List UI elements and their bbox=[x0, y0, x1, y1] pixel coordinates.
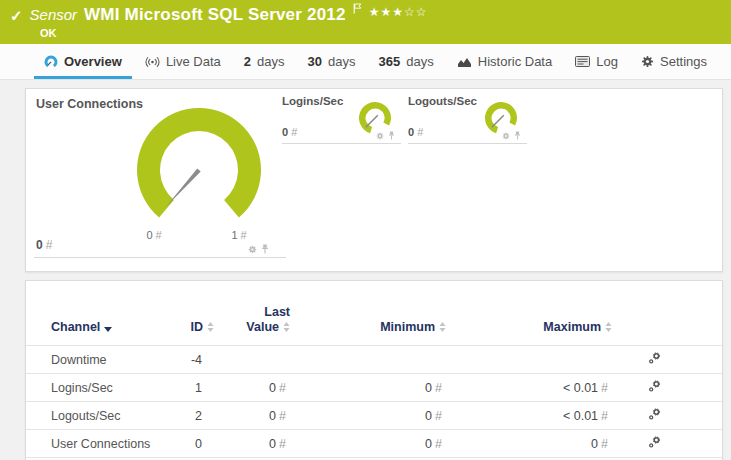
gauge-settings-gear-icon[interactable] bbox=[376, 132, 384, 140]
table-header-row: Channel ID Last Value Minimum Maximum bbox=[26, 281, 722, 346]
column-header-actions bbox=[612, 281, 722, 346]
channel-settings-button[interactable] bbox=[612, 374, 722, 402]
channel-cell: Downtime bbox=[26, 346, 176, 374]
table-row-downtime: Downtime -4 bbox=[26, 346, 722, 374]
last-value-cell: 0# bbox=[214, 374, 290, 402]
gauge-title: Logouts/Sec bbox=[408, 95, 477, 107]
gauge-logouts-per-sec: Logouts/Sec 0# bbox=[408, 89, 527, 144]
table-row-logouts-per-sec: Logouts/Sec 2 0# 0# < 0.01# bbox=[26, 402, 722, 430]
sensor-status-text: OK bbox=[40, 27, 57, 39]
log-icon bbox=[575, 56, 590, 67]
id-cell: 2 bbox=[176, 402, 214, 430]
channel-settings-button[interactable] bbox=[612, 402, 722, 430]
gauge-needle bbox=[492, 115, 504, 127]
gauge-pin-icon[interactable] bbox=[514, 131, 521, 140]
radial-gauge bbox=[129, 104, 269, 230]
last-value-cell: 0# bbox=[214, 430, 290, 458]
gauge-icon bbox=[44, 55, 58, 69]
channels-table: Channel ID Last Value Minimum Maximum bbox=[26, 281, 722, 458]
minimum-cell: 0# bbox=[290, 374, 446, 402]
sensor-overview-page: ✓ Sensor WMI Microsoft SQL Server 2012 ★… bbox=[0, 0, 731, 460]
sort-both-icon bbox=[439, 321, 446, 336]
gauge-needle bbox=[366, 115, 378, 127]
gauge-current-value: 0# bbox=[408, 126, 423, 138]
area-chart-icon bbox=[457, 56, 472, 68]
channel-settings-button[interactable] bbox=[612, 346, 722, 374]
tab-historic-data-label: Historic Data bbox=[478, 54, 552, 69]
gear-icon bbox=[641, 55, 654, 68]
channel-cell: Logins/Sec bbox=[26, 374, 176, 402]
id-cell: 1 bbox=[176, 374, 214, 402]
maximum-cell bbox=[446, 346, 612, 374]
sensor-title-row: ✓ Sensor WMI Microsoft SQL Server 2012 ★… bbox=[10, 5, 427, 25]
minimum-cell bbox=[290, 346, 446, 374]
channel-gears-icon bbox=[648, 408, 661, 421]
last-value-cell: 0# bbox=[214, 402, 290, 430]
id-cell: 0 bbox=[176, 430, 214, 458]
channel-cell: User Connections bbox=[26, 430, 176, 458]
broadcast-icon bbox=[145, 56, 160, 68]
tab-log[interactable]: Log bbox=[565, 44, 628, 79]
channel-gears-icon bbox=[648, 380, 661, 393]
tab-overview-label: Overview bbox=[64, 54, 122, 69]
sort-both-icon bbox=[283, 321, 290, 336]
gauges-panel: User Connections 0# 1# 0# bbox=[25, 88, 723, 272]
maximum-cell: < 0.01# bbox=[446, 374, 612, 402]
star-empty-icon[interactable]: ☆☆ bbox=[404, 5, 428, 19]
tab-30-days-number: 30 bbox=[308, 54, 322, 69]
tab-log-label: Log bbox=[596, 54, 618, 69]
channel-settings-button[interactable] bbox=[612, 430, 722, 458]
gauge-pin-icon[interactable] bbox=[261, 244, 269, 254]
tab-historic-data[interactable]: Historic Data bbox=[447, 44, 562, 79]
sort-both-icon bbox=[605, 321, 612, 336]
tab-overview[interactable]: Overview bbox=[34, 44, 132, 79]
status-check-icon: ✓ bbox=[10, 7, 23, 25]
tab-2-days-label: days bbox=[257, 54, 284, 69]
channel-cell: Logouts/Sec bbox=[26, 402, 176, 430]
table-row-logins-per-sec: Logins/Sec 1 0# 0# < 0.01# bbox=[26, 374, 722, 402]
widget-divider bbox=[34, 257, 286, 258]
gauge-settings-gear-icon[interactable] bbox=[248, 245, 257, 254]
channel-gears-icon bbox=[648, 436, 661, 449]
sensor-status-bar: ✓ Sensor WMI Microsoft SQL Server 2012 ★… bbox=[0, 0, 731, 44]
maximum-cell: < 0.01# bbox=[446, 402, 612, 430]
gauge-needle bbox=[166, 169, 201, 208]
column-header-id[interactable]: ID bbox=[176, 281, 214, 346]
gauge-title: User Connections bbox=[36, 97, 143, 111]
tab-bar: Overview Live Data 2 days 30 days 365 da… bbox=[0, 44, 731, 80]
sensor-title: WMI Microsoft SQL Server 2012 bbox=[84, 5, 346, 25]
gauge-scale-min: 0# bbox=[134, 229, 174, 241]
gauge-logins-per-sec: Logins/Sec 0# bbox=[282, 89, 401, 144]
channel-gears-icon bbox=[648, 352, 661, 365]
priority-stars[interactable]: ★★★☆☆ bbox=[369, 5, 428, 19]
tab-365-days-label: days bbox=[406, 54, 433, 69]
gauge-title: Logins/Sec bbox=[282, 95, 343, 107]
sort-both-icon bbox=[207, 321, 214, 336]
last-value-cell bbox=[214, 346, 290, 374]
tab-30-days-label: days bbox=[328, 54, 355, 69]
gauge-current-value: 0# bbox=[282, 126, 297, 138]
minimum-cell: 0# bbox=[290, 430, 446, 458]
column-header-minimum[interactable]: Minimum bbox=[290, 281, 446, 346]
tab-2-days[interactable]: 2 days bbox=[234, 44, 295, 79]
star-filled-icon[interactable]: ★★★ bbox=[369, 5, 404, 19]
tab-365-days-number: 365 bbox=[379, 54, 401, 69]
maximum-cell: 0# bbox=[446, 430, 612, 458]
tab-settings-label: Settings bbox=[660, 54, 707, 69]
sensor-type-label: Sensor bbox=[30, 6, 78, 23]
column-header-last-value[interactable]: Last Value bbox=[214, 281, 290, 346]
minimum-cell: 0# bbox=[290, 402, 446, 430]
gauge-settings-gear-icon[interactable] bbox=[502, 132, 510, 140]
column-header-maximum[interactable]: Maximum bbox=[446, 281, 612, 346]
sort-desc-icon bbox=[104, 321, 112, 336]
gauge-current-value: 0# bbox=[36, 238, 52, 252]
tab-settings[interactable]: Settings bbox=[631, 44, 717, 79]
gauge-pin-icon[interactable] bbox=[388, 131, 395, 140]
channels-table-panel: Channel ID Last Value Minimum Maximum bbox=[25, 280, 723, 460]
table-row-user-connections: User Connections 0 0# 0# 0# bbox=[26, 430, 722, 458]
tab-30-days[interactable]: 30 days bbox=[298, 44, 366, 79]
tab-live-data[interactable]: Live Data bbox=[135, 44, 231, 79]
tab-365-days[interactable]: 365 days bbox=[369, 44, 444, 79]
priority-flag-icon bbox=[353, 0, 362, 18]
column-header-channel[interactable]: Channel bbox=[26, 281, 176, 346]
